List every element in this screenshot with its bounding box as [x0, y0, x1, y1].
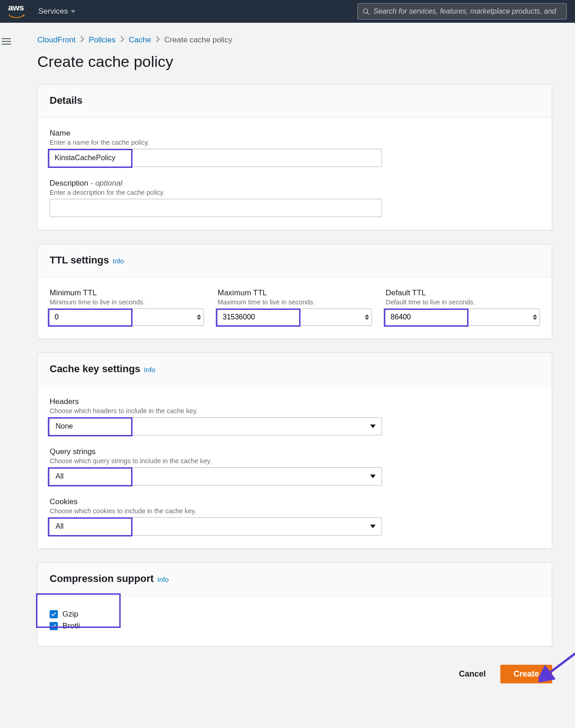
- breadcrumb-cache[interactable]: Cache: [129, 35, 151, 45]
- query-strings-value: All: [56, 472, 64, 480]
- max-ttl-input[interactable]: [218, 308, 372, 326]
- services-menu-button[interactable]: Services: [38, 7, 76, 16]
- search-input[interactable]: [370, 7, 562, 15]
- search-icon: [362, 8, 370, 15]
- name-hint: Enter a name for the cache policy.: [50, 139, 540, 146]
- min-ttl-input[interactable]: [50, 308, 204, 326]
- ttl-heading: TTL settings: [50, 254, 109, 266]
- compression-info-link[interactable]: Info: [157, 576, 168, 583]
- breadcrumb-current: Create cache policy: [164, 35, 232, 45]
- cancel-button[interactable]: Cancel: [451, 665, 494, 683]
- breadcrumb-policies[interactable]: Policies: [89, 35, 116, 45]
- name-label: Name: [50, 129, 540, 138]
- breadcrumb: CloudFront Policies Cache Create cache p…: [37, 35, 552, 45]
- aws-logo-text: aws: [8, 3, 25, 13]
- chevron-right-icon: [120, 35, 124, 45]
- panel-compression: Compression support Info Gzip Brotli: [37, 562, 552, 647]
- chevron-right-icon: [156, 35, 160, 45]
- panel-cache-key: Cache key settings Info Headers Choose w…: [37, 353, 552, 549]
- cookies-select[interactable]: All: [50, 517, 382, 536]
- caret-down-icon: [71, 9, 76, 14]
- cache-key-info-link[interactable]: Info: [144, 366, 155, 374]
- create-button[interactable]: Create: [500, 665, 552, 683]
- cookies-hint: Choose which cookies to include in the c…: [50, 507, 540, 515]
- max-ttl-hint: Maximum time to live in seconds.: [218, 298, 372, 306]
- description-hint: Enter a description for the cache policy…: [50, 189, 540, 196]
- default-ttl-label: Default TTL: [386, 288, 540, 298]
- footer-actions: Cancel Create: [37, 660, 552, 688]
- headers-value: None: [56, 422, 73, 430]
- description-label: Description - optional: [50, 179, 540, 188]
- aws-smile-icon: [8, 14, 25, 19]
- default-ttl-input[interactable]: [386, 308, 540, 326]
- chevron-right-icon: [80, 35, 84, 45]
- headers-label: Headers: [50, 397, 540, 406]
- gzip-label: Gzip: [62, 610, 78, 619]
- svg-point-0: [363, 9, 368, 13]
- cookies-label: Cookies: [50, 497, 540, 506]
- panel-ttl: TTL settings Info Minimum TTL Minimum ti…: [37, 244, 552, 339]
- headers-hint: Choose which headers to include in the c…: [50, 407, 540, 415]
- page-title: Create cache policy: [37, 53, 552, 71]
- default-ttl-hint: Default time to live in seconds.: [386, 298, 540, 306]
- brotli-checkbox[interactable]: [50, 622, 58, 630]
- side-rail: [0, 23, 14, 60]
- query-strings-select[interactable]: All: [50, 467, 382, 485]
- gzip-checkbox[interactable]: [50, 610, 58, 618]
- name-input[interactable]: [50, 149, 382, 167]
- min-ttl-label: Minimum TTL: [50, 288, 204, 298]
- query-strings-hint: Choose which query strings to include in…: [50, 457, 540, 465]
- brotli-label: Brotli: [62, 622, 80, 631]
- check-icon: [51, 623, 56, 629]
- compression-heading: Compression support: [50, 573, 154, 584]
- details-heading: Details: [50, 95, 82, 106]
- cache-key-heading: Cache key settings: [50, 363, 140, 374]
- check-icon: [51, 612, 56, 617]
- breadcrumb-cloudfront[interactable]: CloudFront: [37, 35, 76, 45]
- max-ttl-label: Maximum TTL: [218, 288, 372, 298]
- panel-details: Details Name Enter a name for the cache …: [37, 84, 552, 230]
- services-label: Services: [38, 7, 68, 16]
- headers-select[interactable]: None: [50, 417, 382, 435]
- description-input[interactable]: [50, 199, 382, 217]
- cookies-value: All: [56, 522, 64, 531]
- query-strings-label: Query strings: [50, 447, 540, 456]
- svg-line-1: [367, 12, 369, 14]
- top-nav: aws Services: [0, 0, 575, 23]
- hamburger-menu-icon[interactable]: [2, 38, 12, 45]
- ttl-info-link[interactable]: Info: [112, 257, 124, 265]
- global-search[interactable]: [357, 3, 567, 20]
- min-ttl-hint: Minimum time to live in seconds.: [50, 298, 204, 306]
- main-content: CloudFront Policies Cache Create cache p…: [15, 23, 575, 706]
- aws-logo[interactable]: aws: [8, 3, 25, 20]
